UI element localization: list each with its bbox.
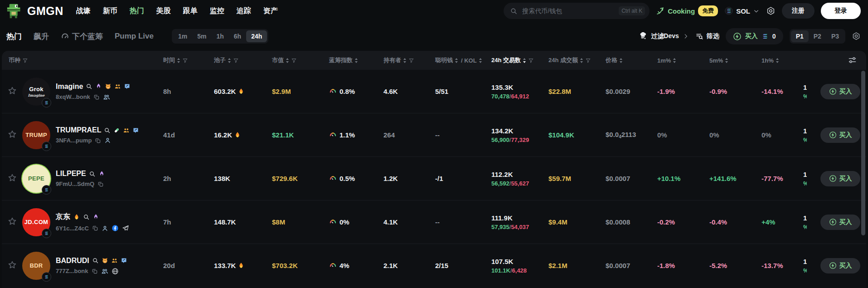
filter-button[interactable]: 筛选 [695,32,719,40]
login-button[interactable]: 登录 [821,3,861,19]
search-icon[interactable] [89,171,96,177]
funnel-icon[interactable] [291,58,297,63]
menu-item-4[interactable]: 跟单 [183,6,198,16]
col-header-12[interactable]: 1h% [751,57,803,64]
menu-item-2[interactable]: 热门 [130,6,144,16]
time-pill-24h[interactable]: 24h [246,30,267,42]
buy-button[interactable]: 买入 [820,171,860,186]
people-blue-icon[interactable] [103,93,110,101]
filter-devs-button[interactable]: 过滤Devs [639,32,689,41]
token-symbol[interactable]: TRUMPRAEL [56,126,101,134]
bonk-icon[interactable] [102,257,108,264]
favorite-star-icon[interactable] [2,173,19,184]
menu-item-1[interactable]: 新币 [103,6,117,16]
col-header-1[interactable]: 时间 [153,56,204,64]
token-symbol[interactable]: BADRUDI [56,257,89,265]
col-header-3[interactable]: 市值 [262,56,319,64]
token-symbol[interactable]: Imagine [56,83,83,91]
chat-badge-icon[interactable] [121,257,127,264]
col-header-7[interactable]: 24h 交易数 [481,56,538,64]
person-icon[interactable] [104,137,111,144]
time-pill-1h[interactable]: 1h [211,30,228,42]
person-icon[interactable] [102,225,108,232]
people-orange-icon[interactable] [123,127,130,134]
copy-icon[interactable] [95,137,101,144]
copy-icon[interactable] [92,225,98,231]
scrollbar-thumb[interactable] [861,71,865,235]
settings-gear-icon[interactable] [766,6,776,16]
col-header-4[interactable]: 蓝筹指数 [319,56,373,64]
favorite-star-icon[interactable] [2,130,19,140]
funnel-icon[interactable] [22,58,28,63]
tab-0[interactable]: 热门 [6,31,22,42]
funnel-icon[interactable] [182,58,188,63]
col-header-0[interactable]: 币种 [2,56,153,64]
favorite-star-icon[interactable] [2,86,19,97]
tab-2[interactable]: 下个蓝筹 [61,31,103,42]
pill-icon[interactable] [113,127,120,134]
preset-P1[interactable]: P1 [791,30,809,42]
bonk-icon[interactable] [105,83,112,90]
column-settings-icon[interactable] [848,55,857,65]
buy-button[interactable]: 买入 [820,258,860,273]
search-icon[interactable] [92,257,99,264]
col-header-9[interactable]: 价格 [595,56,647,64]
quick-buy-control[interactable]: 买入 0 [726,28,783,44]
search-input[interactable] [521,7,615,15]
search-icon[interactable] [104,127,111,134]
flame-purple-icon[interactable] [92,214,99,220]
people-orange-icon[interactable] [114,83,121,90]
time-pill-6h[interactable]: 6h [229,30,246,42]
token-avatar[interactable]: GrokImagine [22,78,50,106]
copy-icon[interactable] [97,181,104,187]
chat-badge-icon[interactable] [124,83,131,90]
col-header-10[interactable]: 1m% [647,57,699,64]
search-icon[interactable] [86,83,92,90]
token-avatar[interactable]: BDR [22,252,50,280]
facebook-icon[interactable] [112,225,119,232]
buy-button[interactable]: 买入 [820,215,860,230]
people-blue-icon[interactable] [101,268,108,275]
col-header-5[interactable]: 持有者 [373,56,425,64]
register-button[interactable]: 注册 [782,3,815,19]
search-box[interactable]: Ctrl alt K [504,3,650,19]
col-header-11[interactable]: 5m% [699,57,751,64]
chain-selector[interactable]: SOL [724,6,760,15]
flame-purple-icon[interactable] [95,83,102,90]
menu-item-0[interactable]: 战壕 [76,6,91,16]
telegram-icon[interactable] [122,225,129,232]
scrollbar[interactable] [861,71,865,287]
token-avatar[interactable]: JD.COM [22,208,50,236]
col-header-2[interactable]: 池子 [204,56,262,64]
copy-icon[interactable] [92,268,98,274]
globe-icon[interactable] [112,268,119,275]
funnel-icon[interactable] [585,58,591,63]
buy-button[interactable]: 买入 [820,127,860,143]
token-avatar[interactable]: PEPE [22,165,50,193]
menu-item-3[interactable]: 美股 [156,6,171,16]
chat-badge-icon[interactable] [132,127,139,134]
favorite-star-icon[interactable] [2,260,19,271]
funnel-icon[interactable] [233,58,239,63]
favorite-star-icon[interactable] [2,217,19,227]
buy-button[interactable]: 买入 [820,84,860,99]
col-header-8[interactable]: 24h 成交额 [538,56,595,64]
brand[interactable]: GMGN [6,2,63,20]
col-header-6[interactable]: 聪明钱/ KOL [425,56,481,64]
fire-orange-icon[interactable] [73,214,80,221]
token-symbol[interactable]: 京东 [56,212,70,222]
preset-P3[interactable]: P3 [826,30,844,42]
token-symbol[interactable]: LILPEPE [56,170,86,178]
token-avatar[interactable]: TRUMP [22,121,50,149]
copy-icon[interactable] [93,94,100,100]
tab-3[interactable]: Pump Live [115,32,154,41]
preset-settings-icon[interactable] [852,32,861,41]
menu-item-5[interactable]: 监控 [210,6,224,16]
time-pill-1m[interactable]: 1m [173,30,192,42]
search-icon[interactable] [83,214,90,220]
menu-item-6[interactable]: 追踪 [237,6,251,16]
people-orange-icon[interactable] [111,257,118,264]
flame-purple-icon[interactable] [98,171,105,177]
preset-P2[interactable]: P2 [809,30,826,42]
funnel-icon[interactable] [408,58,414,63]
